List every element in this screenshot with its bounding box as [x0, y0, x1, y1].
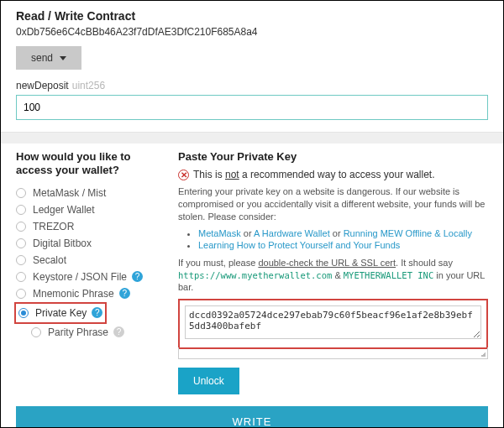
- contract-address: 0xDb756e6C4cBBb46A23f7dDfAE3DfC210F685A8…: [16, 26, 488, 38]
- wallet-option-mnemonic-phrase[interactable]: Mnemonic Phrase?: [16, 285, 163, 302]
- wallet-option-label: Keystore / JSON File: [33, 271, 127, 283]
- suggestion-list: MetaMask or A Hardware Wallet or Running…: [178, 228, 488, 250]
- help-icon[interactable]: ?: [119, 288, 130, 299]
- send-dropdown[interactable]: send: [16, 46, 81, 70]
- url-check-paragraph: If you must, please double-check the URL…: [178, 257, 488, 295]
- wallet-option-secalot[interactable]: Secalot: [16, 252, 163, 269]
- link-hardware-wallet[interactable]: A Hardware Wallet: [254, 228, 330, 238]
- wallet-option-metamask-mist[interactable]: MetaMask / Mist: [16, 185, 163, 201]
- help-icon[interactable]: ?: [92, 307, 102, 318]
- private-key-highlight: [178, 299, 488, 349]
- wallet-option-label: Private Key: [35, 307, 87, 319]
- radio-icon: [16, 255, 26, 265]
- warning-paragraph: Entering your private key on a website i…: [178, 185, 488, 223]
- radio-icon: [18, 308, 29, 318]
- newdeposit-input[interactable]: [16, 95, 488, 120]
- help-icon[interactable]: ?: [132, 271, 143, 282]
- radio-icon: [16, 289, 26, 299]
- wallet-option-private-key[interactable]: Private Key?: [18, 305, 102, 321]
- private-key-input[interactable]: [185, 305, 481, 339]
- unlock-button[interactable]: Unlock: [178, 368, 239, 394]
- wallet-option-label: Parity Phrase: [48, 326, 108, 338]
- wallet-option-label: MetaMask / Mist: [33, 187, 106, 199]
- help-icon[interactable]: ?: [113, 326, 124, 337]
- link-learn-protect[interactable]: Learning How to Protect Yourself and You…: [198, 240, 400, 250]
- write-button[interactable]: WRITE: [16, 406, 488, 428]
- newdeposit-label: newDeposituint256: [16, 80, 488, 91]
- wallet-option-digital-bitbox[interactable]: Digital Bitbox: [16, 235, 163, 252]
- link-metamask[interactable]: MetaMask: [198, 228, 241, 238]
- radio-icon: [16, 272, 26, 282]
- wallet-option-keystore-json-file[interactable]: Keystore / JSON File?: [16, 269, 163, 285]
- wallet-option-label: Mnemonic Phrase: [33, 288, 114, 300]
- x-circle-icon: ✕: [178, 170, 189, 180]
- wallet-option-ledger-wallet[interactable]: Ledger Wallet: [16, 201, 163, 218]
- wallet-option-label: Digital Bitbox: [33, 237, 92, 249]
- radio-icon: [16, 205, 26, 215]
- wallet-option-label: Secalot: [33, 254, 66, 266]
- private-key-option-highlight: Private Key?: [14, 302, 107, 324]
- page-title: Read / Write Contract: [16, 9, 488, 23]
- radio-icon: [16, 188, 26, 198]
- wallet-option-label: TREZOR: [33, 221, 74, 232]
- wallet-option-parity-phrase[interactable]: Parity Phrase?: [31, 324, 163, 341]
- wallet-option-trezor[interactable]: TREZOR: [16, 218, 163, 235]
- send-label: send: [31, 52, 53, 64]
- wallet-access-heading: How would you like to access your wallet…: [16, 150, 163, 178]
- chevron-down-icon: [60, 56, 66, 60]
- link-offline[interactable]: Running MEW Offline & Locally: [344, 228, 472, 238]
- radio-icon: [16, 222, 26, 232]
- section-divider: [1, 132, 503, 144]
- textarea-resize-handle[interactable]: [178, 347, 488, 359]
- wallet-option-label: Ledger Wallet: [33, 204, 95, 216]
- paste-key-heading: Paste Your Private Key: [178, 150, 488, 164]
- radio-icon: [16, 238, 26, 248]
- radio-icon: [31, 327, 41, 337]
- warning-line: ✕This is not a recommended way to access…: [178, 169, 488, 180]
